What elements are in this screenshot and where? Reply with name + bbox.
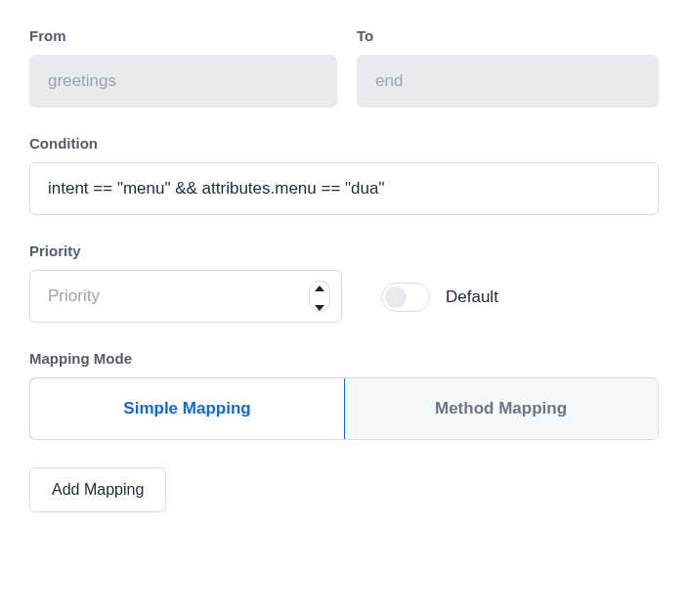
default-toggle-label: Default xyxy=(446,287,498,307)
mapping-mode-label: Mapping Mode xyxy=(29,350,659,367)
from-input[interactable] xyxy=(29,55,337,108)
condition-label: Condition xyxy=(29,135,659,152)
from-label: From xyxy=(29,27,337,44)
to-label: To xyxy=(357,27,659,44)
tab-simple-mapping[interactable]: Simple Mapping xyxy=(29,377,345,440)
to-input[interactable] xyxy=(357,55,659,108)
priority-label: Priority xyxy=(29,242,659,259)
default-toggle[interactable] xyxy=(381,283,430,312)
add-mapping-button[interactable]: Add Mapping xyxy=(29,467,166,512)
condition-input[interactable] xyxy=(29,162,659,215)
toggle-knob xyxy=(385,286,407,308)
priority-stepper[interactable] xyxy=(309,281,330,312)
tab-method-mapping[interactable]: Method Mapping xyxy=(344,378,658,439)
chevron-down-icon xyxy=(315,297,324,315)
priority-input[interactable] xyxy=(29,270,342,323)
chevron-up-icon xyxy=(315,278,324,295)
mapping-mode-tabs: Simple Mapping Method Mapping xyxy=(29,377,659,440)
